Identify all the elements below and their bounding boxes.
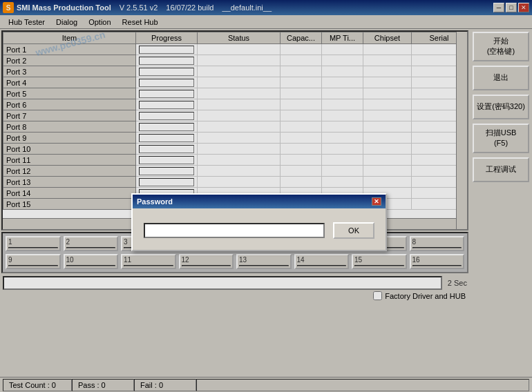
modal-title-bar: Password ✕ (133, 195, 386, 208)
modal-title-text: Password (137, 197, 173, 206)
password-dialog: Password ✕ OK (131, 193, 387, 251)
modal-body: OK (133, 208, 386, 250)
password-input[interactable] (144, 223, 325, 238)
modal-overlay: Password ✕ OK (0, 0, 532, 392)
modal-ok-button[interactable]: OK (333, 222, 374, 239)
modal-close-button[interactable]: ✕ (372, 197, 381, 206)
